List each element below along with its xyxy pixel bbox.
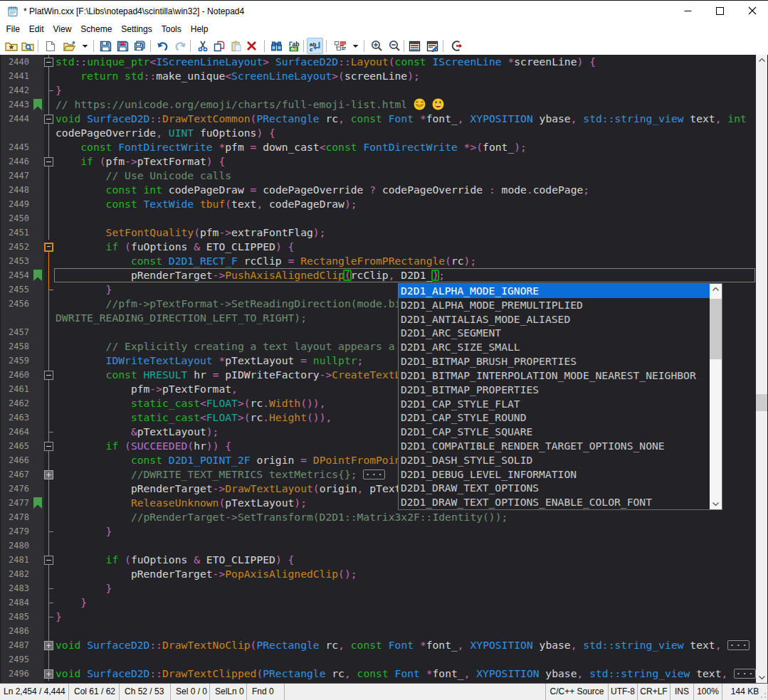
code-line-2487[interactable]: 2487void SurfaceD2D::DrawTextNoClip(PRec…: [0, 638, 768, 652]
code-line-2442[interactable]: 2442}: [0, 83, 768, 97]
toolbar-save-all-button[interactable]: [131, 38, 148, 54]
menu-scheme[interactable]: Scheme: [76, 21, 117, 37]
toolbar-delete-button[interactable]: [244, 38, 259, 54]
autocomplete-item[interactable]: D2D1_ARC_SEGMENT: [399, 326, 722, 340]
autocomplete-item[interactable]: D2D1_CAP_STYLE_SQUARE: [399, 425, 722, 439]
fold-toggle-icon[interactable]: [44, 467, 54, 482]
fold-toggle-icon[interactable]: [44, 368, 54, 382]
autocomplete-item[interactable]: D2D1_DEBUG_LEVEL_INFORMATION: [399, 467, 722, 482]
code-line-2484[interactable]: 2484 }: [0, 595, 768, 610]
bookmark-icon[interactable]: [33, 99, 42, 110]
code-line-2450[interactable]: 2450: [0, 211, 768, 226]
code-line-2447[interactable]: 2447 // Use Unicode calls: [0, 169, 768, 183]
folded-text-ellipsis[interactable]: ···: [734, 669, 756, 679]
menu-help[interactable]: Help: [186, 21, 213, 37]
code-line-wrap[interactable]: codePageOverride, UINT fuOptions) {: [0, 126, 768, 140]
code-line-2452[interactable]: 2452 if (fuOptions & ETO_CLIPPED) {: [0, 240, 768, 254]
popup-scroll-up-icon[interactable]: [710, 284, 722, 295]
code-line-2486[interactable]: 2486: [0, 624, 768, 638]
bookmark-icon[interactable]: [33, 270, 42, 281]
resize-grip[interactable]: [758, 690, 767, 699]
code-line-2444[interactable]: 2444void SurfaceD2D::DrawTextCommon(PRec…: [0, 112, 768, 126]
code-line-2453[interactable]: 2453 const D2D1_RECT_F rcClip = Rectangl…: [0, 254, 768, 268]
code-line-2440[interactable]: 2440std::unique_ptr<IScreenLineLayout> S…: [0, 55, 768, 69]
editor[interactable]: 2440std::unique_ptr<IScreenLineLayout> S…: [0, 55, 768, 683]
code-line-2496[interactable]: 2496void SurfaceD2D::DrawTextClipped(PRe…: [0, 667, 768, 681]
code-line-2451[interactable]: 2451 SetFontQuality(pfm->extraFontFlag);: [0, 226, 768, 240]
code-line-2443[interactable]: 2443// https://unicode.org/emoji/charts/…: [0, 97, 768, 112]
autocomplete-item[interactable]: D2D1_ALPHA_MODE_IGNORE: [399, 284, 722, 298]
toolbar-replace-button[interactable]: abac: [285, 38, 303, 54]
toolbar-favorites-folder-button[interactable]: [3, 38, 19, 54]
toolbar-select-scheme-button[interactable]: [332, 38, 349, 54]
menu-tools[interactable]: Tools: [157, 21, 186, 37]
code-line-2495[interactable]: 2495: [0, 652, 768, 667]
autocomplete-item[interactable]: D2D1_BITMAP_BRUSH_PROPERTIES: [399, 354, 722, 368]
autocomplete-item[interactable]: D2D1_DRAW_TEXT_OPTIONS: [399, 481, 722, 495]
popup-scrollbar[interactable]: [710, 284, 722, 509]
fold-toggle-icon[interactable]: [44, 112, 54, 126]
toolbar-word-wrap-button[interactable]: abc: [307, 38, 323, 54]
fold-toggle-icon[interactable]: [44, 55, 54, 69]
fold-toggle-icon[interactable]: [44, 638, 54, 652]
code-line-2479[interactable]: 2479 }: [0, 524, 768, 539]
menu-view[interactable]: View: [48, 21, 76, 37]
autocomplete-item[interactable]: D2D1_ALPHA_MODE_PREMULTIPLIED: [399, 298, 722, 312]
autocomplete-item[interactable]: D2D1_DASH_STYLE_SOLID: [399, 453, 722, 467]
toolbar-customize-schemes-button[interactable]: [424, 38, 441, 54]
toolbar-redo-button[interactable]: [172, 38, 189, 54]
status-line-ending[interactable]: CR+LF: [638, 684, 670, 700]
editor-scrollbar-thumb[interactable]: [756, 394, 768, 411]
autocomplete-item[interactable]: D2D1_ARC_SIZE_SMALL: [399, 340, 722, 354]
toolbar-undo-button[interactable]: [154, 38, 172, 54]
folded-text-ellipsis[interactable]: ···: [363, 470, 385, 479]
autocomplete-item[interactable]: D2D1_COMPATIBLE_RENDER_TARGET_OPTIONS_NO…: [399, 439, 722, 453]
toolbar-zoom-in-button[interactable]: [368, 38, 385, 54]
toolbar-exit-button[interactable]: [448, 38, 465, 54]
toolbar-save-file-button[interactable]: [97, 38, 114, 54]
autocomplete-item[interactable]: D2D1_CAP_STYLE_ROUND: [399, 410, 722, 425]
menu-settings[interactable]: Settings: [117, 21, 157, 37]
code-line-2445[interactable]: 2445 const FontDirectWrite *pfm = down_c…: [0, 140, 768, 154]
code-line-2480[interactable]: 2480: [0, 539, 768, 553]
code-line-2482[interactable]: 2482 pRenderTarget->PopAxisAlignedClip()…: [0, 567, 768, 581]
menu-edit[interactable]: Edit: [24, 21, 48, 37]
autocomplete-item[interactable]: D2D1_CAP_STYLE_FLAT: [399, 397, 722, 411]
menu-file[interactable]: File: [1, 21, 24, 37]
toolbar-select-scheme-dropdown[interactable]: [350, 38, 360, 54]
code-line-2449[interactable]: 2449 const TextWide tbuf(text, codePageD…: [0, 197, 768, 211]
fold-toggle-icon[interactable]: [44, 439, 54, 453]
editor-vscrollbar[interactable]: [756, 55, 768, 683]
toolbar-zoom-out-button[interactable]: [386, 38, 403, 54]
toolbar-find-button[interactable]: [268, 38, 284, 54]
toolbar-cut-button[interactable]: [195, 38, 210, 54]
status-overtype-mode[interactable]: INS: [670, 684, 694, 700]
code-line-2454[interactable]: 2454 pRenderTarget->PushAxisAlignedClip(…: [0, 268, 768, 282]
bookmark-icon[interactable]: [33, 497, 42, 509]
toolbar-open-file-button[interactable]: [61, 38, 78, 54]
toolbar-browse-folder-button[interactable]: [19, 38, 36, 54]
code-line-2446[interactable]: 2446 if (pfm->pTextFormat) {: [0, 154, 768, 169]
autocomplete-item[interactable]: D2D1_ANTIALIAS_MODE_ALIASED: [399, 312, 722, 327]
autocomplete-item[interactable]: D2D1_BITMAP_PROPERTIES: [399, 383, 722, 397]
code-line-2485[interactable]: 2485}: [0, 610, 768, 624]
code-line-2483[interactable]: 2483 }: [0, 581, 768, 595]
toolbar-open-file-dropdown[interactable]: [80, 38, 90, 54]
code-line-2441[interactable]: 2441 return std::make_unique<ScreenLineL…: [0, 69, 768, 83]
fold-toggle-icon[interactable]: [44, 667, 54, 681]
code-line-2448[interactable]: 2448 const int codePageDraw = codePageOv…: [0, 183, 768, 197]
autocomplete-item[interactable]: D2D1_BITMAP_INTERPOLATION_MODE_NEAREST_N…: [399, 368, 722, 383]
popup-scrollbar-thumb[interactable]: [710, 299, 722, 359]
maximize-button[interactable]: [704, 0, 736, 21]
scroll-down-arrow-icon[interactable]: [756, 672, 768, 683]
toolbar-copy-button[interactable]: [211, 38, 227, 54]
autocomplete-item[interactable]: D2D1_DRAW_TEXT_OPTIONS_ENABLE_COLOR_FONT: [399, 495, 722, 509]
fold-toggle-icon[interactable]: [44, 154, 54, 169]
status-scheme[interactable]: C/C++ Source: [546, 684, 609, 700]
close-button[interactable]: [736, 0, 768, 21]
toolbar-paste-button[interactable]: [228, 38, 244, 54]
toolbar-save-as-file-button[interactable]: [114, 38, 131, 54]
code-line-2478[interactable]: 2478 //pRenderTarget->SetTransform(D2D1:…: [0, 510, 768, 524]
code-line-2481[interactable]: 2481 if (fuOptions & ETO_CLIPPED) {: [0, 553, 768, 567]
folded-text-ellipsis[interactable]: ···: [727, 640, 749, 650]
